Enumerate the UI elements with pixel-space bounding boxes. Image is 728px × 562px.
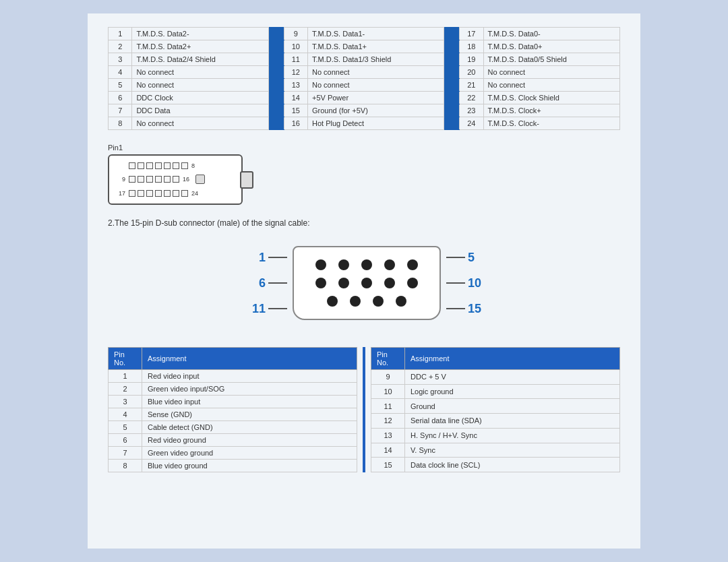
left-pin-assignment: Green video input/SOG <box>142 383 357 396</box>
dvi-pin-num: 16 <box>284 117 307 130</box>
dvi-pin-num: 23 <box>460 104 483 117</box>
left-pin-assignment: Blue video ground <box>142 460 357 472</box>
pin <box>181 190 188 197</box>
pin <box>173 176 179 183</box>
dvi-blue-col <box>268 92 284 104</box>
dvi-pin-desc: No connect <box>483 79 619 92</box>
row-num-9: 9 <box>116 176 125 183</box>
dvi-pin-num: 22 <box>460 92 483 104</box>
vga-pin <box>315 278 326 288</box>
left-pin-assignment: Green video ground <box>142 447 357 460</box>
pin-table-right: Pin No. Assignment 9DDC + 5 V10Logic gro… <box>371 347 620 472</box>
vga-pin <box>407 278 418 288</box>
pin <box>146 162 153 169</box>
dvi-pin-desc: No connect <box>132 79 268 92</box>
right-pin-num: 15 <box>371 458 405 472</box>
right-pin-num: 10 <box>371 384 405 399</box>
right-pin-num: 14 <box>371 443 405 458</box>
pin <box>138 176 144 183</box>
dvi-blue-col <box>268 53 284 66</box>
vga-pin <box>384 259 395 270</box>
row-num-17: 17 <box>116 190 125 197</box>
dvi-pin-desc: T.M.D.S. Data2/4 Shield <box>132 53 268 66</box>
pin <box>129 162 135 169</box>
pin <box>155 176 162 183</box>
vga-pin <box>338 278 349 288</box>
vga-pin <box>407 259 418 270</box>
dvi-pin-desc: T.M.D.S. Data0/5 Shield <box>483 53 619 66</box>
dvi-blue-col <box>268 66 284 79</box>
dvi-pin-desc: Hot Plug Detect <box>307 117 444 130</box>
dvi-pin-num: 21 <box>460 79 483 92</box>
left-pin-num: 8 <box>109 460 142 472</box>
dvi-extra-pin <box>195 175 205 184</box>
vga-num-right-10: 10 <box>468 276 481 290</box>
right-pin-assignment: Serial data line (SDA) <box>405 414 620 429</box>
dvi-pin-desc: DDC Data <box>132 104 268 117</box>
pin <box>164 176 171 183</box>
right-pin-num: 12 <box>371 414 405 429</box>
pin <box>173 190 179 197</box>
dvi-table: 1T.M.D.S. Data2-9T.M.D.S. Data1-17T.M.D.… <box>108 27 620 130</box>
pin <box>173 162 179 169</box>
dvi-row-2: 9 16 <box>116 175 235 184</box>
right-pin-assignment: Ground <box>405 399 620 414</box>
vga-line-right-5 <box>446 257 465 258</box>
vga-num-left-1: 1 <box>247 251 266 265</box>
dvi-pin-desc: T.M.D.S. Data1+ <box>307 40 444 53</box>
vga-num-left-11: 11 <box>247 302 266 316</box>
dvi-connector-diagram: 8 9 16 17 24 <box>108 154 243 205</box>
vga-num-right-15: 15 <box>468 302 481 316</box>
left-table-header-assignment: Assignment <box>142 348 357 370</box>
pin <box>138 190 144 197</box>
pin <box>146 176 153 183</box>
vga-line-right-10 <box>446 282 465 284</box>
dvi-row-1: 8 <box>116 162 235 169</box>
dvi-pin-num: 7 <box>109 104 132 117</box>
dvi-pin-desc: No connect <box>307 79 444 92</box>
dvi-row-3: 17 24 <box>116 190 235 197</box>
right-pin-num: 9 <box>371 370 405 385</box>
dvi-pin-desc: T.M.D.S. Clock- <box>483 117 619 130</box>
pin-label: Pin1 <box>108 144 620 152</box>
dvi-blue-col <box>444 53 460 66</box>
pin <box>164 190 171 197</box>
dvi-pin-num: 5 <box>109 79 132 92</box>
dvi-pin-desc: T.M.D.S. Data0+ <box>483 40 619 53</box>
right-pin-assignment: DDC + 5 V <box>405 370 620 385</box>
right-pin-assignment: V. Sync <box>405 443 620 458</box>
vga-pin <box>361 259 372 270</box>
dvi-pin-num: 14 <box>284 92 307 104</box>
dvi-pin-desc: Ground (for +5V) <box>307 104 444 117</box>
dvi-pin-num: 10 <box>284 40 307 53</box>
dvi-pin-desc: No connect <box>132 117 268 130</box>
right-pin-assignment: Logic ground <box>405 384 620 399</box>
vga-row-2 <box>315 278 418 288</box>
dvi-pin-desc: T.M.D.S. Data2+ <box>132 40 268 53</box>
content-area: 1T.M.D.S. Data2-9T.M.D.S. Data1-17T.M.D.… <box>88 13 640 549</box>
dvi-pin-num: 3 <box>109 53 132 66</box>
dvi-pin-num: 11 <box>284 53 307 66</box>
vga-section-desc: 2.The 15-pin D-sub connector (male) of t… <box>108 218 620 228</box>
vga-pin <box>361 278 372 288</box>
pin <box>155 190 162 197</box>
dvi-blue-col <box>268 79 284 92</box>
left-pin-assignment: Blue video input <box>142 396 357 408</box>
vga-row-1 <box>315 259 418 270</box>
left-pin-num: 5 <box>109 421 142 434</box>
dvi-blue-col <box>444 28 460 40</box>
vga-line-left-1 <box>268 257 287 258</box>
vga-body <box>293 246 441 320</box>
dvi-blue-col <box>268 40 284 53</box>
dvi-pin-num: 9 <box>284 28 307 40</box>
left-pin-assignment: Red video ground <box>142 434 357 447</box>
left-table-header-pinno: Pin No. <box>109 348 142 370</box>
pin <box>146 190 153 197</box>
left-pin-assignment: Red video input <box>142 370 357 383</box>
left-pin-assignment: Cable detect (GND) <box>142 421 357 434</box>
dvi-pin-num: 13 <box>284 79 307 92</box>
dvi-pin-desc: DDC Clock <box>132 92 268 104</box>
pin <box>129 190 135 197</box>
left-pin-num: 2 <box>109 383 142 396</box>
right-pin-assignment: H. Sync / H+V. Sync <box>405 428 620 443</box>
